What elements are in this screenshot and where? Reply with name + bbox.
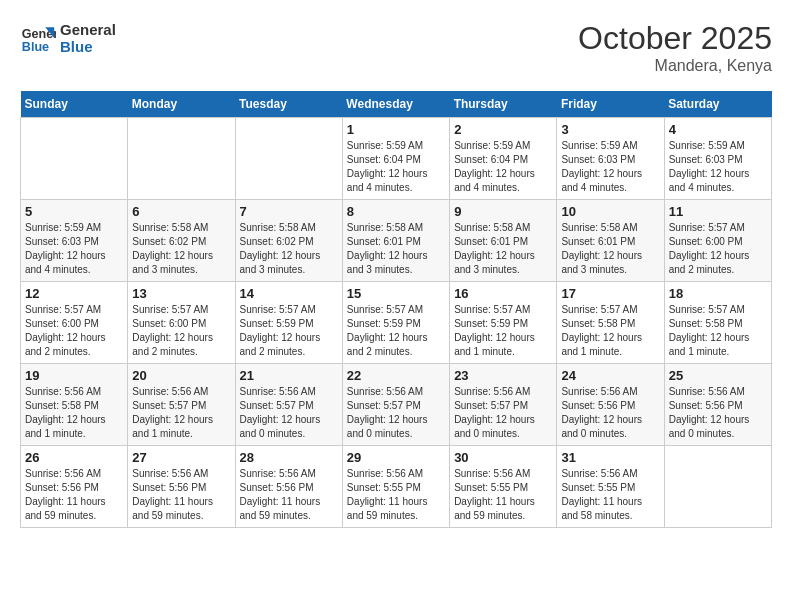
day-info: Sunrise: 5:57 AM Sunset: 5:58 PM Dayligh…: [561, 303, 659, 359]
calendar-cell: 31Sunrise: 5:56 AM Sunset: 5:55 PM Dayli…: [557, 446, 664, 528]
calendar-cell: 3Sunrise: 5:59 AM Sunset: 6:03 PM Daylig…: [557, 118, 664, 200]
logo-line1: General: [60, 21, 116, 38]
day-info: Sunrise: 5:57 AM Sunset: 5:59 PM Dayligh…: [454, 303, 552, 359]
calendar-cell: 24Sunrise: 5:56 AM Sunset: 5:56 PM Dayli…: [557, 364, 664, 446]
day-number: 10: [561, 204, 659, 219]
calendar-cell: 6Sunrise: 5:58 AM Sunset: 6:02 PM Daylig…: [128, 200, 235, 282]
day-info: Sunrise: 5:56 AM Sunset: 5:56 PM Dayligh…: [132, 467, 230, 523]
calendar-week-row: 12Sunrise: 5:57 AM Sunset: 6:00 PM Dayli…: [21, 282, 772, 364]
calendar-cell: 14Sunrise: 5:57 AM Sunset: 5:59 PM Dayli…: [235, 282, 342, 364]
calendar-cell: 15Sunrise: 5:57 AM Sunset: 5:59 PM Dayli…: [342, 282, 449, 364]
calendar-cell: 20Sunrise: 5:56 AM Sunset: 5:57 PM Dayli…: [128, 364, 235, 446]
title-block: October 2025 Mandera, Kenya: [578, 20, 772, 75]
calendar-cell: 9Sunrise: 5:58 AM Sunset: 6:01 PM Daylig…: [450, 200, 557, 282]
calendar-cell: 17Sunrise: 5:57 AM Sunset: 5:58 PM Dayli…: [557, 282, 664, 364]
weekday-header: Wednesday: [342, 91, 449, 118]
day-info: Sunrise: 5:57 AM Sunset: 5:59 PM Dayligh…: [347, 303, 445, 359]
calendar-cell: 22Sunrise: 5:56 AM Sunset: 5:57 PM Dayli…: [342, 364, 449, 446]
day-number: 17: [561, 286, 659, 301]
day-number: 3: [561, 122, 659, 137]
calendar-cell: 5Sunrise: 5:59 AM Sunset: 6:03 PM Daylig…: [21, 200, 128, 282]
day-number: 8: [347, 204, 445, 219]
day-number: 2: [454, 122, 552, 137]
day-number: 21: [240, 368, 338, 383]
day-number: 22: [347, 368, 445, 383]
day-number: 26: [25, 450, 123, 465]
calendar-cell: 7Sunrise: 5:58 AM Sunset: 6:02 PM Daylig…: [235, 200, 342, 282]
day-number: 13: [132, 286, 230, 301]
day-number: 5: [25, 204, 123, 219]
calendar-cell: 26Sunrise: 5:56 AM Sunset: 5:56 PM Dayli…: [21, 446, 128, 528]
day-info: Sunrise: 5:59 AM Sunset: 6:03 PM Dayligh…: [669, 139, 767, 195]
day-number: 14: [240, 286, 338, 301]
day-number: 19: [25, 368, 123, 383]
day-number: 24: [561, 368, 659, 383]
month-title: October 2025: [578, 20, 772, 57]
day-number: 18: [669, 286, 767, 301]
weekday-header: Friday: [557, 91, 664, 118]
day-info: Sunrise: 5:56 AM Sunset: 5:56 PM Dayligh…: [240, 467, 338, 523]
day-info: Sunrise: 5:57 AM Sunset: 6:00 PM Dayligh…: [132, 303, 230, 359]
logo-line2: Blue: [60, 38, 116, 55]
day-number: 28: [240, 450, 338, 465]
logo: General Blue General Blue: [20, 20, 116, 56]
calendar-cell: 12Sunrise: 5:57 AM Sunset: 6:00 PM Dayli…: [21, 282, 128, 364]
calendar-cell: 27Sunrise: 5:56 AM Sunset: 5:56 PM Dayli…: [128, 446, 235, 528]
location-title: Mandera, Kenya: [578, 57, 772, 75]
weekday-header: Monday: [128, 91, 235, 118]
day-info: Sunrise: 5:56 AM Sunset: 5:57 PM Dayligh…: [132, 385, 230, 441]
weekday-header: Thursday: [450, 91, 557, 118]
day-info: Sunrise: 5:59 AM Sunset: 6:04 PM Dayligh…: [347, 139, 445, 195]
weekday-header: Tuesday: [235, 91, 342, 118]
day-info: Sunrise: 5:59 AM Sunset: 6:03 PM Dayligh…: [561, 139, 659, 195]
day-info: Sunrise: 5:59 AM Sunset: 6:04 PM Dayligh…: [454, 139, 552, 195]
calendar-cell: 29Sunrise: 5:56 AM Sunset: 5:55 PM Dayli…: [342, 446, 449, 528]
day-info: Sunrise: 5:57 AM Sunset: 6:00 PM Dayligh…: [669, 221, 767, 277]
day-info: Sunrise: 5:58 AM Sunset: 6:02 PM Dayligh…: [240, 221, 338, 277]
calendar-cell: 13Sunrise: 5:57 AM Sunset: 6:00 PM Dayli…: [128, 282, 235, 364]
day-number: 15: [347, 286, 445, 301]
day-info: Sunrise: 5:56 AM Sunset: 5:55 PM Dayligh…: [454, 467, 552, 523]
day-number: 11: [669, 204, 767, 219]
day-number: 7: [240, 204, 338, 219]
day-number: 1: [347, 122, 445, 137]
calendar-cell: [128, 118, 235, 200]
day-number: 9: [454, 204, 552, 219]
calendar-cell: 28Sunrise: 5:56 AM Sunset: 5:56 PM Dayli…: [235, 446, 342, 528]
day-number: 23: [454, 368, 552, 383]
day-info: Sunrise: 5:56 AM Sunset: 5:57 PM Dayligh…: [347, 385, 445, 441]
calendar-cell: 18Sunrise: 5:57 AM Sunset: 5:58 PM Dayli…: [664, 282, 771, 364]
day-info: Sunrise: 5:56 AM Sunset: 5:56 PM Dayligh…: [25, 467, 123, 523]
day-number: 25: [669, 368, 767, 383]
calendar-week-row: 5Sunrise: 5:59 AM Sunset: 6:03 PM Daylig…: [21, 200, 772, 282]
calendar-cell: 30Sunrise: 5:56 AM Sunset: 5:55 PM Dayli…: [450, 446, 557, 528]
day-info: Sunrise: 5:57 AM Sunset: 5:59 PM Dayligh…: [240, 303, 338, 359]
calendar-week-row: 19Sunrise: 5:56 AM Sunset: 5:58 PM Dayli…: [21, 364, 772, 446]
calendar-cell: 19Sunrise: 5:56 AM Sunset: 5:58 PM Dayli…: [21, 364, 128, 446]
day-number: 29: [347, 450, 445, 465]
weekday-header: Saturday: [664, 91, 771, 118]
weekday-header: Sunday: [21, 91, 128, 118]
day-info: Sunrise: 5:56 AM Sunset: 5:56 PM Dayligh…: [561, 385, 659, 441]
calendar-cell: [664, 446, 771, 528]
day-number: 4: [669, 122, 767, 137]
calendar-cell: [21, 118, 128, 200]
calendar-cell: 23Sunrise: 5:56 AM Sunset: 5:57 PM Dayli…: [450, 364, 557, 446]
calendar-cell: 11Sunrise: 5:57 AM Sunset: 6:00 PM Dayli…: [664, 200, 771, 282]
day-number: 20: [132, 368, 230, 383]
calendar-table: SundayMondayTuesdayWednesdayThursdayFrid…: [20, 91, 772, 528]
calendar-week-row: 26Sunrise: 5:56 AM Sunset: 5:56 PM Dayli…: [21, 446, 772, 528]
calendar-cell: 25Sunrise: 5:56 AM Sunset: 5:56 PM Dayli…: [664, 364, 771, 446]
calendar-cell: 21Sunrise: 5:56 AM Sunset: 5:57 PM Dayli…: [235, 364, 342, 446]
calendar-cell: 10Sunrise: 5:58 AM Sunset: 6:01 PM Dayli…: [557, 200, 664, 282]
day-number: 27: [132, 450, 230, 465]
day-info: Sunrise: 5:56 AM Sunset: 5:56 PM Dayligh…: [669, 385, 767, 441]
calendar-header-row: SundayMondayTuesdayWednesdayThursdayFrid…: [21, 91, 772, 118]
day-number: 6: [132, 204, 230, 219]
day-info: Sunrise: 5:57 AM Sunset: 6:00 PM Dayligh…: [25, 303, 123, 359]
day-info: Sunrise: 5:56 AM Sunset: 5:55 PM Dayligh…: [561, 467, 659, 523]
calendar-cell: 16Sunrise: 5:57 AM Sunset: 5:59 PM Dayli…: [450, 282, 557, 364]
day-info: Sunrise: 5:58 AM Sunset: 6:01 PM Dayligh…: [347, 221, 445, 277]
day-info: Sunrise: 5:56 AM Sunset: 5:57 PM Dayligh…: [240, 385, 338, 441]
day-info: Sunrise: 5:58 AM Sunset: 6:01 PM Dayligh…: [454, 221, 552, 277]
